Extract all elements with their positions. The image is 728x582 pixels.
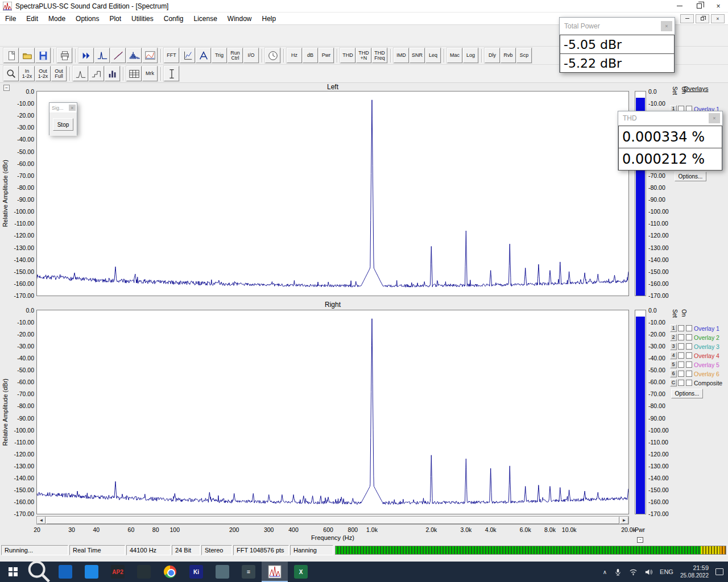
close-button[interactable]: × (709, 0, 728, 13)
zoom-out-button[interactable]: Out 1-2x (35, 66, 51, 81)
logging-button[interactable]: Log (463, 48, 478, 63)
step-plot-button[interactable] (89, 66, 104, 81)
horizontal-scrollbar[interactable]: ◄ ► (36, 516, 629, 525)
trigger-button[interactable]: Trig (212, 48, 227, 63)
frequency-button[interactable]: Hz (287, 48, 302, 63)
scope-button[interactable]: Scp (516, 48, 532, 63)
menu-window[interactable]: Window (222, 13, 257, 25)
start-button[interactable] (0, 562, 26, 582)
time-series-button[interactable] (94, 48, 110, 63)
volume-icon[interactable] (644, 568, 653, 576)
total-power-button[interactable]: Pwr (318, 48, 334, 63)
taskbar-app-capture[interactable] (78, 562, 105, 582)
taskbar-app-chrome[interactable] (157, 562, 183, 582)
menu-mode[interactable]: Mode (43, 13, 71, 25)
spectrum-plot-button[interactable] (126, 48, 142, 63)
overlay-on-checkbox[interactable] (686, 334, 692, 340)
weighting-button[interactable] (196, 48, 211, 63)
signal-generator-window[interactable]: Sig... × Stop (49, 102, 77, 135)
thd-close-icon[interactable]: × (709, 113, 720, 123)
scroll-left-icon[interactable]: ◄ (37, 517, 46, 524)
bar-plot-button[interactable] (105, 66, 120, 81)
overlay-on-checkbox[interactable] (686, 371, 692, 377)
language-indicator[interactable]: ENG (660, 568, 673, 575)
save-button[interactable] (35, 48, 51, 63)
taskbar-app-excel[interactable]: X (288, 562, 314, 582)
menu-edit[interactable]: Edit (21, 13, 43, 25)
thd-button[interactable]: THD (340, 48, 355, 63)
mdi-minimize-button[interactable] (680, 14, 694, 23)
spectrogram-button[interactable] (142, 48, 158, 63)
delay-button[interactable]: Dly (485, 48, 500, 63)
imd-button[interactable]: IMD (394, 48, 409, 63)
tray-clock[interactable]: 21:59 25.08.2022 (680, 564, 709, 579)
taskbar-app-dark[interactable] (131, 562, 157, 582)
overlay-set-checkbox[interactable] (678, 334, 684, 340)
minimize-button[interactable] (670, 0, 689, 13)
scroll-right-icon[interactable]: ► (620, 517, 628, 524)
meter-options-icon[interactable]: − (637, 537, 643, 543)
run-control-button[interactable]: Run Ctrl (228, 48, 243, 63)
overlay-on-checkbox[interactable] (686, 343, 692, 350)
taskbar-app-kicad[interactable]: Ki (183, 562, 209, 582)
overlay-on-checkbox[interactable] (686, 325, 692, 331)
menu-config[interactable]: Config (159, 13, 189, 25)
restore-button[interactable] (689, 0, 709, 13)
phase-plot-button[interactable] (110, 48, 126, 63)
open-file-button[interactable] (19, 48, 35, 63)
mdi-close-button[interactable]: × (711, 14, 725, 23)
signal-stop-button[interactable]: Stop (53, 118, 73, 131)
taskbar-app-files[interactable] (52, 562, 78, 582)
grid-button[interactable] (126, 66, 142, 81)
cursor-button[interactable] (164, 66, 179, 81)
notification-center-icon[interactable] (715, 568, 723, 575)
overlay-set-checkbox[interactable] (678, 380, 684, 386)
overlay-set-checkbox[interactable] (678, 343, 684, 350)
tray-chevron-icon[interactable]: ∧ (603, 569, 607, 575)
signal-generator-close-icon[interactable]: × (69, 105, 76, 111)
menu-help[interactable]: Help (257, 13, 282, 25)
line-plot-button[interactable] (73, 66, 88, 81)
microphone-icon[interactable] (614, 568, 622, 576)
fft-settings-button[interactable]: FFT (164, 48, 179, 63)
zoom-in-button[interactable]: In 1-2x (19, 66, 35, 81)
taskbar-app-spectraplus[interactable] (262, 562, 288, 582)
menu-plot[interactable]: Plot (104, 13, 126, 25)
zoom-button[interactable] (3, 66, 19, 81)
menu-utilities[interactable]: Utilities (126, 13, 159, 25)
menu-license[interactable]: License (188, 13, 222, 25)
overlay-set-checkbox[interactable] (678, 352, 684, 359)
thd-freq-button[interactable]: THD Freq (372, 48, 387, 63)
right-channel-plot[interactable] (36, 310, 629, 514)
total-power-close-icon[interactable]: × (661, 21, 672, 31)
left-channel-plot[interactable] (36, 91, 629, 296)
play-all-button[interactable] (78, 48, 94, 63)
thd-window[interactable]: THD × 0.000334 % 0.000212 % (618, 111, 723, 171)
overlay-set-checkbox[interactable] (678, 361, 684, 368)
scrollbar-thumb[interactable] (46, 517, 619, 524)
new-file-button[interactable] (3, 48, 19, 63)
taskbar-app-calculator[interactable]: = (235, 562, 262, 582)
thd-n-button[interactable]: THD +N (356, 48, 371, 63)
taskbar-app-utility[interactable] (209, 562, 235, 582)
overlay-options-button[interactable]: Options... (671, 389, 703, 398)
amplitude-button[interactable]: dB (303, 48, 318, 63)
zoom-full-button[interactable]: Out Full (51, 66, 67, 81)
print-button[interactable] (57, 48, 72, 63)
overlay-set-checkbox[interactable] (678, 371, 684, 377)
macro-button[interactable]: Mac (447, 48, 462, 63)
overlay-options-button[interactable]: Options... (675, 172, 706, 181)
overlay-on-checkbox[interactable] (686, 352, 692, 359)
scaling-button[interactable] (180, 48, 195, 63)
reverb-button[interactable]: Rvb (500, 48, 516, 63)
snr-button[interactable]: SNR (410, 48, 425, 63)
search-button[interactable] (26, 562, 52, 582)
menu-file[interactable]: File (0, 13, 21, 25)
io-device-button[interactable]: I/O (243, 48, 259, 63)
overlay-on-checkbox[interactable] (686, 380, 692, 386)
menu-options[interactable]: Options (71, 13, 104, 25)
leq-button[interactable]: Leq (425, 48, 441, 63)
network-icon[interactable] (629, 568, 638, 576)
overlay-set-checkbox[interactable] (678, 325, 684, 331)
marker-button[interactable]: Mrk (142, 66, 158, 81)
